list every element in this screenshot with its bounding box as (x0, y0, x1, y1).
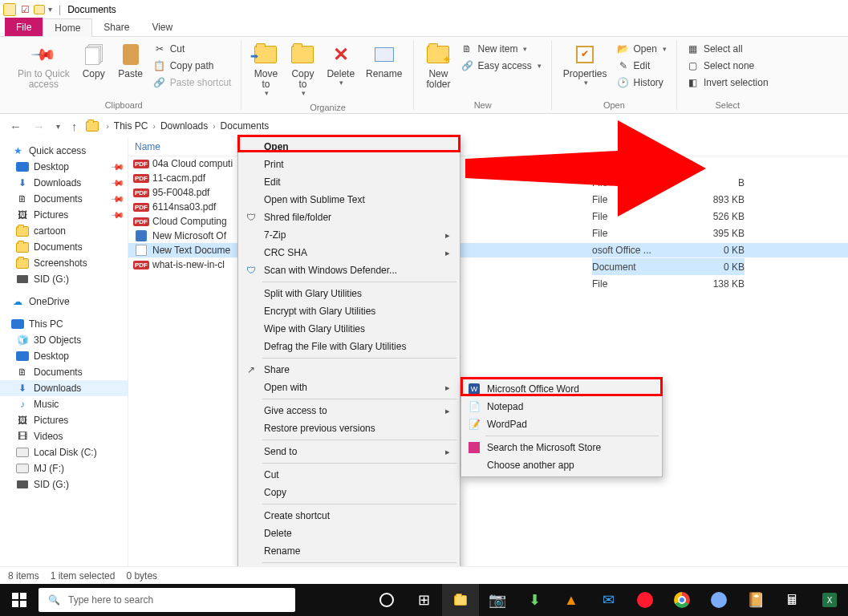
back-button[interactable]: ← (6, 116, 25, 136)
qa-documents[interactable]: 🗎Documents📌 (0, 191, 128, 207)
tab-share[interactable]: Share (92, 18, 140, 36)
file-list[interactable]: Name PDF04a Cloud computi PDF11-cacm.pdf… (128, 138, 848, 587)
idm-icon[interactable]: ⬇ (516, 584, 553, 616)
submenu-wordpad[interactable]: 📝WordPad (463, 415, 660, 433)
pc-mj-f[interactable]: MJ (F:) (0, 460, 128, 476)
chrome-icon[interactable] (663, 584, 700, 616)
pc-desktop[interactable]: Desktop (0, 348, 128, 364)
submenu-notepad[interactable]: 📄Notepad (463, 398, 660, 415)
taskbar-search[interactable]: 🔍 Type here to search (39, 588, 295, 612)
ctx-encrypt[interactable]: Encrypt with Glary Utilities (240, 302, 458, 320)
ctx-defrag[interactable]: Defrag the File with Glary Utilities (240, 338, 458, 355)
ctx-edit[interactable]: Edit (240, 173, 458, 191)
calculator-icon[interactable]: 🖩 (774, 584, 811, 616)
pc-sid-g[interactable]: SID (G:) (0, 476, 128, 492)
paste-shortcut-button[interactable]: 🔗Paste shortcut (150, 75, 235, 90)
ctx-shred[interactable]: 🛡Shred file/folder (240, 209, 458, 226)
properties-button[interactable]: ✔ Properties▾ (558, 40, 612, 91)
ctx-crc-sha[interactable]: CRC SHA▸ (240, 244, 458, 261)
up-button[interactable]: ↑ (68, 116, 81, 136)
ctx-cut[interactable]: Cut (240, 466, 458, 484)
explorer-icon[interactable] (442, 584, 479, 616)
qa-screenshots[interactable]: Screenshots (0, 255, 128, 271)
qa-cartoon[interactable]: cartoon (0, 223, 128, 239)
ctx-restore[interactable]: Restore previous versions (240, 419, 458, 437)
pc-pictures[interactable]: 🖼Pictures (0, 412, 128, 428)
copy-button[interactable]: Copy (76, 40, 112, 83)
ctx-delete[interactable]: Delete (240, 525, 458, 542)
rename-button[interactable]: Rename (361, 40, 407, 83)
ctx-print[interactable]: Print (240, 156, 458, 173)
ctx-rename[interactable]: Rename (240, 542, 458, 560)
ctx-send-to[interactable]: Send to▸ (240, 443, 458, 460)
delete-button[interactable]: ✕ Delete▾ (322, 40, 359, 91)
qa-desktop[interactable]: Desktop📌 (0, 159, 128, 175)
ctx-give-access[interactable]: Give access to▸ (240, 402, 458, 419)
pc-documents[interactable]: 🗎Documents (0, 364, 128, 380)
pc-music[interactable]: ♪Music (0, 396, 128, 412)
select-all-button[interactable]: ▦Select all (684, 42, 772, 56)
qa-downloads[interactable]: ⬇Downloads📌 (0, 175, 128, 191)
qa-documents-2[interactable]: Documents (0, 239, 128, 255)
ctx-wipe[interactable]: Wipe with Glary Utilities (240, 320, 458, 338)
qa-pictures[interactable]: 🖼Pictures📌 (0, 207, 128, 223)
edit-button[interactable]: ✎Edit (614, 59, 670, 73)
invert-selection-button[interactable]: ◧Invert selection (684, 75, 772, 90)
camera-icon[interactable]: 📷 (479, 584, 516, 616)
task-view-icon[interactable]: ⊞ (405, 584, 442, 616)
select-none-button[interactable]: ▢Select none (684, 59, 772, 73)
move-to-button[interactable]: ➡ Move to▾ (248, 40, 283, 101)
crumb-this-pc[interactable]: This PC (114, 120, 148, 132)
pin-to-quick-access-button[interactable]: 📌 Pin to Quick access (13, 40, 75, 93)
paste-button[interactable]: Paste (113, 40, 148, 83)
quick-access[interactable]: ★Quick access (0, 143, 128, 159)
submenu-choose[interactable]: Choose another app (463, 456, 660, 474)
tab-file[interactable]: File (5, 18, 43, 36)
open-button[interactable]: 📂Open▾ (614, 42, 670, 56)
opera-icon[interactable] (627, 584, 663, 616)
crumb-documents[interactable]: Documents (221, 120, 270, 132)
tab-view[interactable]: View (140, 18, 184, 36)
pc-downloads[interactable]: ⬇Downloads (0, 380, 128, 396)
breadcrumb[interactable]: › This PC› Downloads› Documents (103, 120, 842, 132)
ctx-open-sublime[interactable]: Open with Sublime Text (240, 191, 458, 209)
tab-home[interactable]: Home (43, 18, 92, 37)
history-button[interactable]: 🕑History (614, 75, 670, 90)
ctx-open-with[interactable]: Open with▸ (240, 379, 458, 396)
easy-access-button[interactable]: 🔗Easy access▾ (457, 59, 544, 73)
column-header[interactable]: Name (128, 138, 848, 156)
pc-local-disk-c[interactable]: Local Disk (C:) (0, 444, 128, 460)
ctx-7zip[interactable]: 7-Zip▸ (240, 226, 458, 244)
ctx-copy[interactable]: Copy (240, 484, 458, 501)
ctx-defender[interactable]: 🛡Scan with Windows Defender... (240, 261, 458, 279)
start-button[interactable] (0, 584, 39, 616)
excel-icon[interactable]: X (811, 584, 848, 616)
ctx-open[interactable]: Open (240, 138, 458, 156)
submenu-store[interactable]: Search the Microsoft Store (463, 439, 660, 456)
ctx-split[interactable]: Split with Glary Utilities (240, 285, 458, 302)
nav-pane[interactable]: ★Quick access Desktop📌 ⬇Downloads📌 🗎Docu… (0, 138, 128, 587)
ctx-share[interactable]: ↗Share (240, 361, 458, 379)
pc-3d-objects[interactable]: 🧊3D Objects (0, 332, 128, 348)
copy-path-button[interactable]: 📋Copy path (150, 59, 235, 73)
submenu-word[interactable]: WMicrosoft Office Word (463, 380, 660, 398)
copy-to-button[interactable]: Copy to▾ (285, 40, 320, 101)
cortana-icon[interactable] (368, 584, 405, 616)
onedrive[interactable]: ☁OneDrive (0, 294, 128, 310)
open-icon: 📂 (617, 43, 630, 55)
recent-dropdown[interactable]: ▾ (53, 119, 63, 134)
vlc-icon[interactable]: ▲ (553, 584, 590, 616)
forward-button[interactable]: → (30, 116, 48, 136)
qa-sid-g[interactable]: SID (G:) (0, 271, 128, 287)
qat-dropdown[interactable]: ▾ (48, 5, 52, 14)
ctx-create-shortcut[interactable]: Create shortcut (240, 507, 458, 525)
this-pc[interactable]: This PC (0, 316, 128, 332)
new-item-button[interactable]: 🗎New item▾ (457, 42, 544, 56)
new-folder-button[interactable]: ✦ New folder (420, 40, 456, 93)
chromium-icon[interactable] (700, 584, 737, 616)
cut-button[interactable]: ✂Cut (150, 42, 235, 56)
crumb-downloads[interactable]: Downloads (160, 120, 208, 132)
pc-videos[interactable]: 🎞Videos (0, 428, 128, 444)
notes-icon[interactable]: 📔 (737, 584, 774, 616)
mail-icon[interactable]: ✉ (590, 584, 627, 616)
